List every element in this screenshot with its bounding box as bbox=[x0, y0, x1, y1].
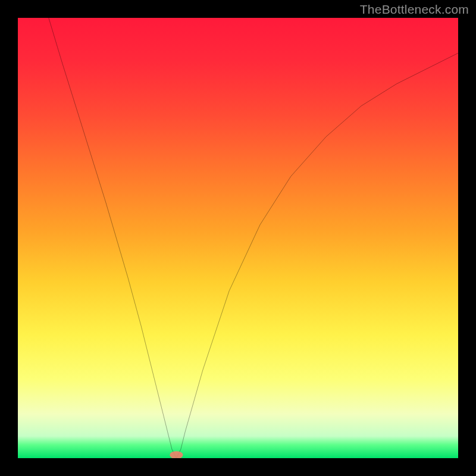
watermark-text: TheBottleneck.com bbox=[360, 2, 469, 17]
chart-frame: TheBottleneck.com bbox=[0, 0, 476, 476]
plot-area bbox=[18, 18, 458, 458]
minimum-marker bbox=[170, 451, 183, 458]
curve-layer bbox=[18, 18, 458, 458]
bottleneck-curve bbox=[49, 18, 458, 458]
